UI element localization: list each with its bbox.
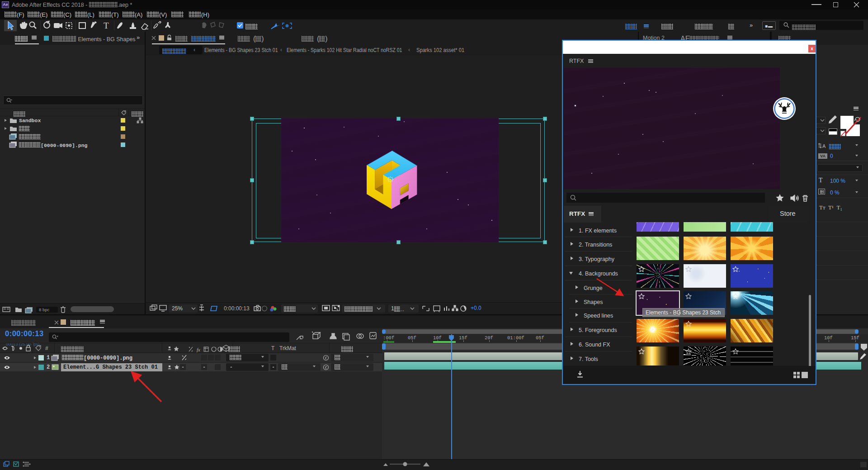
svg-text:1: 1 xyxy=(391,305,394,312)
svg-text:fx: fx xyxy=(197,347,200,352)
svg-text:8 bpc: 8 bpc xyxy=(39,307,49,312)
svg-text:T: T xyxy=(104,21,109,30)
svg-text:25%: 25% xyxy=(172,305,183,312)
svg-text:A: A xyxy=(822,143,826,149)
svg-text:0:00:00:13: 0:00:00:13 xyxy=(224,305,250,312)
